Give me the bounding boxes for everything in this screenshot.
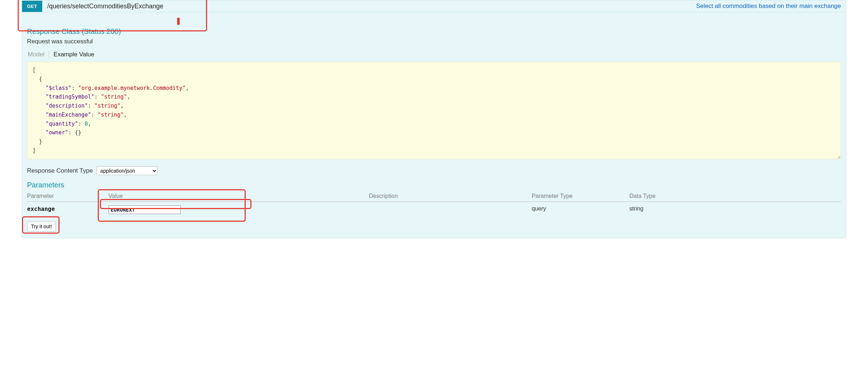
param-type: query — [532, 202, 630, 218]
col-header-param-type: Parameter Type — [532, 191, 630, 202]
operation-summary[interactable]: Select all commodities based on their ma… — [691, 0, 846, 12]
param-value-input[interactable] — [109, 205, 181, 214]
tab-divider — [49, 51, 49, 58]
col-header-parameter: Parameter — [27, 191, 109, 202]
param-description — [369, 202, 532, 218]
content-type-label: Response Content Type — [27, 167, 93, 174]
operation-header[interactable]: GET /queries/selectCommoditiesByExchange… — [22, 0, 846, 12]
example-value-box[interactable]: [ { "$class": "org.example.mynetwork.Com… — [27, 62, 841, 159]
col-header-value: Value — [109, 191, 369, 202]
http-method-badge: GET — [22, 1, 42, 12]
response-tabs: Model Example Value — [27, 49, 841, 60]
tab-example-value[interactable]: Example Value — [53, 49, 95, 60]
try-it-out-button[interactable]: Try it out! — [27, 221, 56, 231]
content-type-select[interactable]: application/json — [96, 166, 158, 175]
col-header-description: Description — [369, 191, 532, 202]
parameters-title: Parameters — [27, 181, 841, 189]
api-operation: GET /queries/selectCommoditiesByExchange… — [22, 0, 846, 238]
response-class-title: Response Class (Status 200) — [27, 27, 841, 36]
endpoint-path: /queries/selectCommoditiesByExchange — [42, 1, 168, 12]
col-header-data-type: Data Type — [629, 191, 841, 202]
table-row: exchange query string — [27, 202, 841, 218]
content-type-row: Response Content Type application/json — [27, 166, 841, 175]
operation-body: Response Class (Status 200) Request was … — [22, 12, 846, 238]
parameters-table: Parameter Value Description Parameter Ty… — [27, 191, 841, 218]
param-data-type: string — [629, 202, 841, 218]
param-name: exchange — [27, 205, 55, 212]
tab-model[interactable]: Model — [27, 49, 45, 60]
request-status-text: Request was successful — [27, 38, 841, 45]
